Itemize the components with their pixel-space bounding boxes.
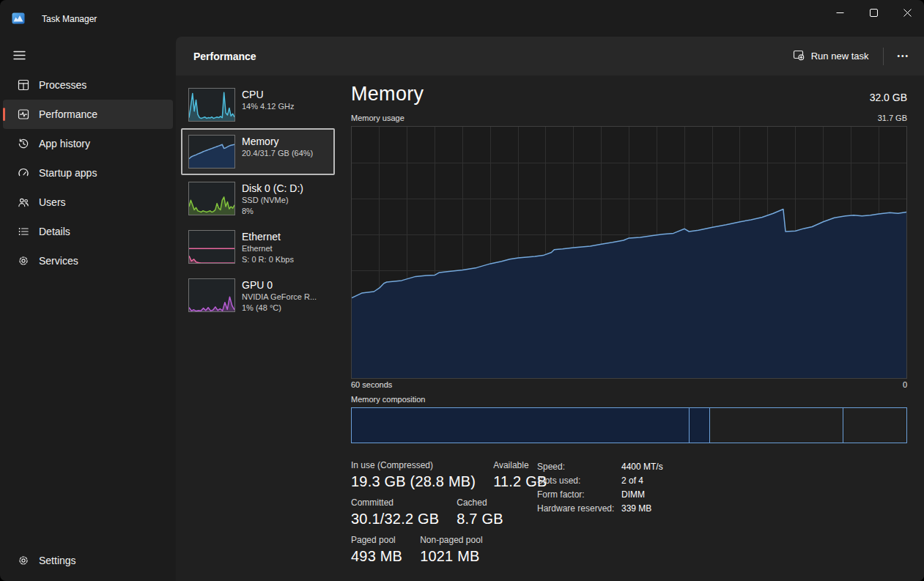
sidebar-item-label: Performance (39, 108, 97, 120)
header-actions: Run new task ••• (784, 37, 917, 75)
performance-content: CPU 14% 4.12 GHz Memory 20.4/31.7 GB (64… (176, 75, 924, 581)
composition-segment-in-use[interactable] (352, 408, 690, 443)
perf-item-stat: 14% 4.12 GHz (242, 101, 295, 112)
page-title: Performance (193, 51, 256, 62)
hardware-info: Speed: 4400 MT/s Slots used: 2 of 4 Form… (537, 462, 663, 517)
perf-item-cpu[interactable]: CPU 14% 4.12 GHz (181, 81, 335, 128)
ethernet-thumbnail-chart (188, 230, 235, 264)
usage-chart-max-value: 31.7 GB (878, 114, 907, 122)
composition-segment-free[interactable] (843, 408, 906, 443)
minimize-button[interactable] (823, 0, 857, 25)
sidebar-item-label: Settings (39, 555, 76, 566)
titlebar: Task Manager (0, 0, 924, 37)
info-value: 339 MB (621, 503, 651, 514)
info-value: 2 of 4 (621, 475, 643, 486)
sidebar-item-app-history[interactable]: App history (3, 129, 173, 158)
perf-item-memory[interactable]: Memory 20.4/31.7 GB (64%) (181, 128, 335, 175)
more-options-button[interactable]: ••• (890, 46, 917, 66)
memory-detail-panel: Memory 32.0 GB Memory usage 31.7 GB 60 s… (351, 75, 907, 581)
sidebar-item-users[interactable]: Users (3, 188, 173, 217)
menu-toggle-button[interactable] (10, 45, 29, 64)
detail-title: Memory (351, 83, 424, 106)
perf-item-stat: NVIDIA GeForce R... (242, 292, 317, 303)
window-title: Task Manager (42, 14, 97, 24)
startup-apps-icon (18, 167, 29, 179)
perf-item-name: CPU (242, 88, 295, 101)
usage-chart-label: Memory usage (351, 114, 404, 122)
perf-item-gpu[interactable]: GPU 0 NVIDIA GeForce R... 1% (48 °C) (181, 272, 335, 320)
info-label: Form factor: (537, 489, 621, 500)
maximize-button[interactable] (857, 0, 890, 25)
memory-stats: In use (Compressed) 19.3 GB (28.8 MB) Av… (351, 460, 547, 572)
sidebar-item-services[interactable]: Services (3, 246, 173, 275)
performance-icon (18, 108, 29, 120)
stat-label: Non-paged pool (420, 535, 482, 545)
processes-icon (18, 79, 29, 91)
sidebar-item-processes[interactable]: Processes (3, 70, 173, 100)
page-header: Performance Run new task ••• (176, 37, 924, 75)
perf-item-stat: 20.4/31.7 GB (64%) (242, 148, 313, 159)
app-history-icon (18, 138, 29, 149)
sidebar-item-label: Users (39, 196, 66, 208)
info-label: Slots used: (537, 475, 621, 486)
stat-value: 30.1/32.2 GB (351, 511, 439, 528)
cpu-thumbnail-chart (188, 88, 235, 122)
run-new-task-button[interactable]: Run new task (784, 44, 878, 68)
memory-composition-bar (351, 407, 907, 443)
perf-item-stat: Ethernet (242, 243, 294, 254)
stat-value: 19.3 GB (28.8 MB) (351, 473, 476, 490)
perf-item-stat: 1% (48 °C) (242, 303, 317, 314)
selection-accent-bar (3, 108, 5, 121)
sidebar-item-label: Startup apps (39, 167, 97, 179)
gpu-thumbnail-chart (188, 278, 235, 312)
perf-item-stat: S: 0 R: 0 Kbps (242, 254, 294, 265)
total-memory-value: 32.0 GB (870, 92, 907, 106)
info-label: Hardware reserved: (537, 503, 621, 514)
performance-list: CPU 14% 4.12 GHz Memory 20.4/31.7 GB (64… (181, 75, 335, 320)
stat-label: Committed (351, 497, 439, 508)
stat-value: 493 MB (351, 548, 402, 565)
memory-thumbnail-chart (188, 135, 235, 169)
perf-item-name: Ethernet (242, 230, 294, 243)
details-icon (18, 226, 29, 237)
sidebar-item-startup-apps[interactable]: Startup apps (3, 158, 173, 188)
stat-label: In use (Compressed) (351, 460, 476, 470)
info-value: 4400 MT/s (621, 462, 663, 472)
stat-value: 1021 MB (420, 548, 482, 565)
app-icon (12, 12, 25, 25)
info-label: Speed: (537, 462, 621, 472)
stat-label: Paged pool (351, 535, 402, 545)
perf-item-ethernet[interactable]: Ethernet Ethernet S: 0 R: 0 Kbps (181, 223, 335, 272)
window-controls (823, 0, 924, 25)
perf-item-stat: 8% (242, 206, 303, 217)
task-manager-window: Task Manager Processes (0, 0, 924, 581)
composition-segment-modified[interactable] (690, 408, 710, 443)
memory-usage-chart (351, 126, 907, 379)
sidebar-item-label: Details (39, 226, 70, 237)
sidebar-item-details[interactable]: Details (3, 217, 173, 246)
sidebar-item-performance[interactable]: Performance (3, 100, 173, 129)
settings-gear-icon (18, 555, 29, 566)
header-divider (883, 48, 884, 65)
time-axis-left-label: 60 seconds (351, 380, 392, 389)
stat-label: Cached (457, 497, 503, 508)
sidebar-item-label: Processes (39, 79, 86, 91)
perf-item-name: Disk 0 (C: D:) (242, 182, 303, 195)
sidebar-item-label: Services (39, 255, 78, 267)
run-new-task-icon (793, 49, 805, 63)
services-icon (18, 255, 29, 267)
users-icon (18, 196, 29, 208)
perf-item-name: Memory (242, 135, 313, 148)
perf-item-disk[interactable]: Disk 0 (C: D:) SSD (NVMe) 8% (181, 175, 335, 223)
perf-item-stat: SSD (NVMe) (242, 195, 303, 206)
sidebar-nav: Processes Performance App history Startu… (0, 70, 176, 275)
sidebar-item-settings[interactable]: Settings (3, 546, 173, 575)
info-value: DIMM (621, 489, 645, 500)
close-button[interactable] (890, 0, 924, 25)
composition-segment-standby[interactable] (710, 408, 843, 443)
perf-item-name: GPU 0 (242, 278, 317, 292)
sidebar-item-label: App history (39, 138, 90, 149)
disk-thumbnail-chart (188, 182, 235, 215)
time-axis-right-label: 0 (903, 380, 907, 389)
run-new-task-label: Run new task (811, 51, 869, 62)
